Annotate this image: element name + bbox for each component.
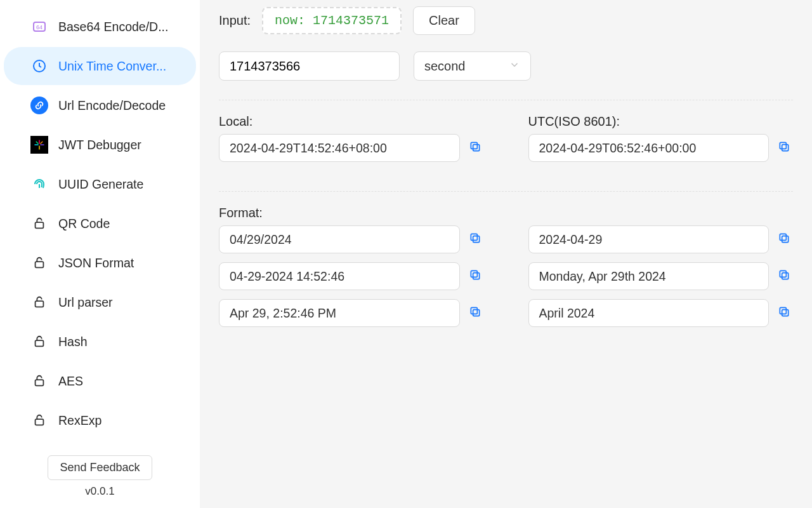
svg-rect-13 — [473, 236, 479, 243]
sidebar-item-hash[interactable]: Hash — [4, 323, 196, 361]
utc-label: UTC(ISO 8601): — [528, 114, 794, 129]
sidebar-item-label: RexExp — [58, 413, 102, 428]
sidebar-item-urlparser[interactable]: Url parser — [4, 283, 196, 321]
svg-rect-23 — [782, 310, 789, 316]
copy-icon[interactable] — [469, 305, 484, 321]
lock-icon — [30, 333, 48, 351]
svg-rect-5 — [36, 301, 44, 307]
svg-rect-22 — [780, 271, 786, 277]
lock-icon — [30, 372, 48, 390]
svg-rect-16 — [471, 271, 477, 277]
svg-rect-19 — [782, 236, 789, 243]
timestamp-input[interactable] — [219, 51, 400, 81]
sidebar-item-label: Url Encode/Decode — [58, 98, 166, 113]
format-value: 04/29/2024 — [219, 225, 460, 253]
fingerprint-icon — [30, 175, 48, 193]
svg-rect-9 — [473, 145, 479, 151]
timestamp-row: second — [219, 51, 793, 81]
unit-select[interactable]: second — [414, 51, 531, 81]
send-feedback-button[interactable]: Send Feedback — [48, 455, 152, 480]
svg-rect-11 — [782, 145, 789, 151]
now-prefix: now: — [275, 13, 305, 28]
local-value: 2024-04-29T14:52:46+08:00 — [219, 134, 460, 162]
unit-select-value: second — [424, 59, 466, 74]
clock-icon — [30, 57, 48, 75]
copy-icon[interactable] — [778, 305, 793, 321]
sidebar-item-label: JWT Debugger — [58, 138, 141, 152]
now-value: 1714373571 — [313, 13, 389, 28]
sidebar-item-unixtime[interactable]: Unix Time Conver... — [4, 47, 196, 85]
input-row: Input: now: 1714373571 Clear — [219, 6, 793, 35]
lock-icon — [30, 293, 48, 311]
svg-rect-15 — [473, 273, 479, 279]
copy-icon[interactable] — [469, 140, 484, 156]
sidebar-item-regexp[interactable]: RexExp — [4, 401, 196, 439]
svg-rect-17 — [473, 310, 479, 316]
svg-rect-4 — [36, 262, 44, 267]
svg-rect-7 — [36, 380, 44, 385]
lock-icon — [30, 215, 48, 232]
sidebar-footer: Send Feedback v0.0.1 — [0, 445, 200, 508]
lock-icon — [30, 411, 48, 429]
format-value: 2024-04-29 — [528, 225, 769, 253]
sidebar-items: 64 Base64 Encode/D... Unix Time Conver..… — [0, 6, 200, 445]
copy-icon[interactable] — [469, 232, 484, 247]
jwt-icon — [30, 136, 48, 154]
base64-icon: 64 — [30, 18, 48, 36]
format-value: April 2024 — [528, 299, 769, 327]
local-label: Local: — [219, 114, 484, 129]
svg-rect-10 — [471, 142, 477, 149]
format-value: Monday, Apr 29th 2024 — [528, 262, 769, 290]
svg-rect-14 — [471, 234, 477, 240]
svg-rect-8 — [36, 419, 44, 425]
svg-rect-21 — [782, 273, 789, 279]
separator — [219, 191, 793, 192]
svg-rect-6 — [36, 340, 44, 346]
sidebar-item-urlencode[interactable]: Url Encode/Decode — [4, 86, 196, 124]
sidebar-item-label: Url parser — [58, 295, 113, 310]
sidebar-item-label: Unix Time Conver... — [58, 59, 166, 74]
copy-icon[interactable] — [469, 269, 484, 284]
format-label: Format: — [219, 206, 793, 220]
clear-button[interactable]: Clear — [413, 6, 475, 35]
sidebar-item-qrcode[interactable]: QR Code — [4, 204, 196, 243]
now-timestamp-chip[interactable]: now: 1714373571 — [262, 7, 402, 34]
sidebar-item-label: UUID Generate — [58, 177, 143, 192]
sidebar-item-jwt[interactable]: JWT Debugger — [4, 126, 196, 164]
svg-text:64: 64 — [36, 24, 43, 30]
iso-row: Local: 2024-04-29T14:52:46+08:00 UTC(ISO… — [219, 114, 793, 171]
sidebar-item-aes[interactable]: AES — [4, 362, 196, 400]
svg-rect-18 — [471, 307, 477, 314]
svg-rect-3 — [36, 222, 44, 228]
copy-icon[interactable] — [778, 232, 793, 247]
svg-rect-24 — [780, 307, 786, 314]
format-value: Apr 29, 2:52:46 PM — [219, 299, 460, 327]
copy-icon[interactable] — [778, 269, 793, 284]
sidebar-item-label: Base64 Encode/D... — [58, 20, 168, 34]
sidebar-item-label: JSON Format — [58, 256, 134, 271]
input-label: Input: — [219, 13, 251, 28]
sidebar-item-label: AES — [58, 374, 83, 389]
format-grid: 04/29/2024 04-29-2024 14:52:46 Apr 29, 2… — [219, 225, 793, 336]
sidebar-item-json[interactable]: JSON Format — [4, 244, 196, 282]
chevron-down-icon — [509, 59, 520, 74]
svg-rect-12 — [780, 142, 786, 149]
separator — [219, 100, 793, 100]
sidebar-item-label: Hash — [58, 335, 88, 349]
version-label: v0.0.1 — [10, 485, 190, 498]
format-value: 04-29-2024 14:52:46 — [219, 262, 460, 290]
sidebar-item-uuid[interactable]: UUID Generate — [4, 165, 196, 203]
main-content: Input: now: 1714373571 Clear second Loca… — [200, 0, 812, 508]
lock-icon — [30, 254, 48, 272]
link-icon — [30, 97, 48, 114]
sidebar-item-label: QR Code — [58, 217, 110, 231]
utc-value: 2024-04-29T06:52:46+00:00 — [528, 134, 769, 162]
sidebar-item-base64[interactable]: 64 Base64 Encode/D... — [4, 8, 196, 46]
sidebar: 64 Base64 Encode/D... Unix Time Conver..… — [0, 0, 200, 508]
svg-rect-20 — [780, 234, 786, 240]
copy-icon[interactable] — [778, 140, 793, 156]
